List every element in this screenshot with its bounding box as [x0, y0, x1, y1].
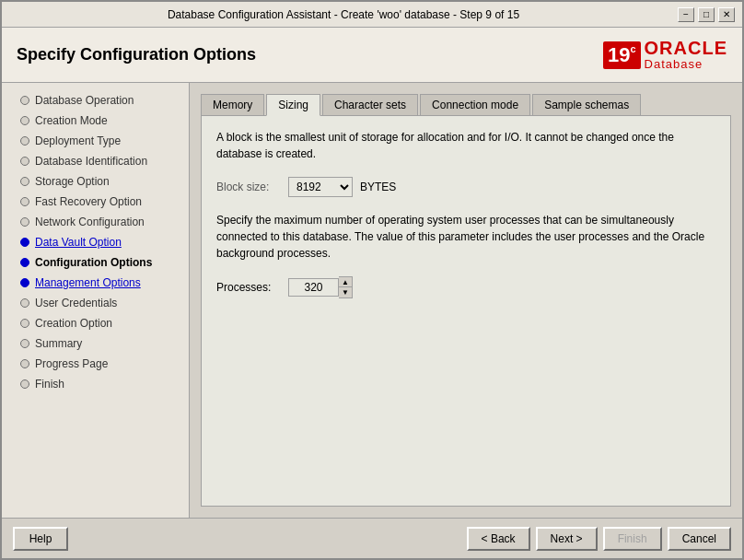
sidebar-dot-creation-mode: [20, 116, 29, 125]
sidebar-dot-progress-page: [20, 359, 29, 368]
sidebar-label-deployment-type: Deployment Type: [35, 134, 121, 147]
processes-input[interactable]: [288, 278, 339, 297]
block-size-unit: BYTES: [360, 181, 396, 193]
block-description: A block is the smallest unit of storage …: [216, 129, 715, 162]
sidebar-dot-storage-option: [20, 177, 29, 186]
tab-sample-schemas[interactable]: Sample schemas: [532, 94, 641, 116]
cancel-button[interactable]: Cancel: [668, 527, 731, 551]
oracle-subtitle: Database: [645, 57, 703, 71]
tab-memory[interactable]: Memory: [201, 94, 264, 116]
sidebar-item-configuration-options[interactable]: Configuration Options: [2, 252, 189, 273]
oracle-badge: 19c: [603, 41, 641, 69]
sidebar-item-finish[interactable]: Finish: [2, 374, 189, 394]
spinner-buttons: ▲ ▼: [339, 276, 353, 298]
sidebar-dot-data-vault-option: [20, 238, 29, 247]
help-button[interactable]: Help: [13, 527, 68, 551]
footer-right: < Back Next > Finish Cancel: [467, 527, 731, 551]
tab-character-sets[interactable]: Character sets: [322, 94, 418, 116]
finish-button[interactable]: Finish: [603, 527, 662, 551]
sidebar-item-creation-mode[interactable]: Creation Mode: [2, 111, 189, 131]
sidebar-label-database-operation: Database Operation: [35, 94, 134, 107]
minimize-button[interactable]: −: [678, 7, 694, 22]
page-title: Specify Configuration Options: [17, 45, 256, 64]
sidebar-dot-summary: [20, 339, 29, 348]
sidebar-item-network-configuration[interactable]: Network Configuration: [2, 212, 189, 232]
sidebar-label-network-configuration: Network Configuration: [35, 216, 145, 228]
sidebar-label-management-options: Management Options: [35, 276, 141, 289]
sidebar-item-summary[interactable]: Summary: [2, 333, 189, 354]
sidebar-item-management-options[interactable]: Management Options: [2, 273, 189, 293]
oracle-logo: 19c ORACLE Database: [603, 39, 727, 71]
tab-sizing[interactable]: Sizing: [266, 94, 320, 116]
sidebar-label-creation-mode: Creation Mode: [35, 114, 108, 127]
oracle-text: ORACLE Database: [645, 39, 727, 71]
sidebar-label-fast-recovery-option: Fast Recovery Option: [35, 195, 142, 208]
sidebar-dot-management-options: [20, 278, 29, 287]
window-title: Database Configuration Assistant - Creat…: [9, 8, 678, 21]
sidebar-item-storage-option[interactable]: Storage Option: [2, 171, 189, 192]
header-bar: Specify Configuration Options 19c ORACLE…: [2, 28, 742, 83]
footer-bar: Help < Back Next > Finish Cancel: [2, 518, 742, 558]
back-button[interactable]: < Back: [467, 527, 530, 551]
main-window: Database Configuration Assistant - Creat…: [0, 0, 744, 560]
sidebar-item-creation-option[interactable]: Creation Option: [2, 313, 189, 333]
footer-left: Help: [13, 527, 68, 551]
sidebar-label-configuration-options: Configuration Options: [35, 256, 152, 269]
next-button[interactable]: Next >: [536, 527, 598, 551]
sidebar-item-data-vault-option[interactable]: Data Vault Option: [2, 232, 189, 252]
title-bar-buttons: − □ ✕: [678, 7, 735, 22]
sidebar-dot-configuration-options: [20, 258, 29, 267]
sidebar-label-storage-option: Storage Option: [35, 175, 110, 188]
oracle-name: ORACLE: [645, 39, 727, 57]
tab-content: A block is the smallest unit of storage …: [201, 115, 731, 507]
sidebar-dot-finish: [20, 379, 29, 389]
sidebar-label-data-vault-option: Data Vault Option: [35, 236, 122, 249]
spinner-down[interactable]: ▼: [339, 287, 352, 298]
sidebar-item-database-identification[interactable]: Database Identification: [2, 151, 189, 171]
maximize-button[interactable]: □: [698, 7, 715, 22]
oracle-sup: c: [630, 43, 635, 54]
sidebar-label-progress-page: Progress Page: [35, 357, 108, 370]
sidebar-label-summary: Summary: [35, 337, 82, 350]
sidebar-item-deployment-type[interactable]: Deployment Type: [2, 131, 189, 151]
sidebar-dot-database-identification: [20, 157, 29, 166]
close-button[interactable]: ✕: [718, 7, 735, 22]
sidebar-item-user-credentials[interactable]: User Credentials: [2, 293, 189, 313]
tab-connection-mode[interactable]: Connection mode: [420, 94, 530, 116]
processes-row: Processes: ▲ ▼: [216, 276, 715, 298]
processes-spinner: ▲ ▼: [288, 276, 353, 298]
spinner-up[interactable]: ▲: [339, 277, 352, 287]
sidebar-dot-creation-option: [20, 319, 29, 328]
main-body: Database OperationCreation ModeDeploymen…: [2, 83, 742, 518]
sidebar-item-database-operation[interactable]: Database Operation: [2, 90, 189, 111]
sidebar-item-fast-recovery-option[interactable]: Fast Recovery Option: [2, 192, 189, 212]
right-panel: Memory Sizing Character sets Connection …: [190, 83, 742, 518]
oracle-version: 19: [608, 43, 630, 67]
sidebar-label-finish: Finish: [35, 378, 64, 391]
title-bar: Database Configuration Assistant - Creat…: [2, 2, 742, 28]
block-size-select[interactable]: 8192 4096 16384: [288, 177, 353, 197]
processes-label: Processes:: [216, 281, 281, 294]
sidebar-dot-deployment-type: [20, 136, 29, 146]
sidebar-dot-database-operation: [20, 96, 29, 105]
sidebar-dot-network-configuration: [20, 217, 29, 227]
sidebar-label-user-credentials: User Credentials: [35, 297, 117, 309]
sidebar-label-database-identification: Database Identification: [35, 155, 147, 168]
sidebar-dot-user-credentials: [20, 298, 29, 308]
sidebar-dot-fast-recovery-option: [20, 197, 29, 206]
block-size-row: Block size: 8192 4096 16384 BYTES: [216, 177, 715, 197]
content-area: Specify Configuration Options 19c ORACLE…: [2, 28, 742, 558]
sidebar-item-progress-page[interactable]: Progress Page: [2, 354, 189, 374]
sidebar-label-creation-option: Creation Option: [35, 317, 112, 330]
tabs-row: Memory Sizing Character sets Connection …: [201, 94, 731, 116]
processes-description: Specify the maximum number of operating …: [216, 212, 715, 262]
block-size-label: Block size:: [216, 181, 281, 193]
sidebar: Database OperationCreation ModeDeploymen…: [2, 83, 190, 518]
